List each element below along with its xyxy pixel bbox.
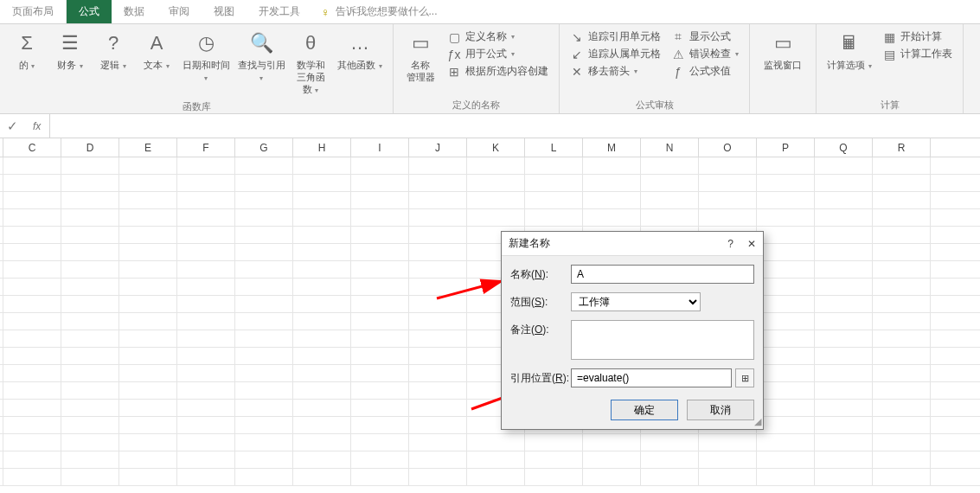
- row-trace-dependents[interactable]: ↙追踪从属单元格: [570, 47, 661, 61]
- row-show-formulas[interactable]: ⌗显示公式: [671, 29, 739, 44]
- cell[interactable]: [757, 244, 815, 260]
- cell[interactable]: [235, 434, 293, 451]
- cell[interactable]: [3, 227, 61, 243]
- comment-textarea[interactable]: [571, 320, 754, 360]
- cell[interactable]: [293, 227, 351, 243]
- cell[interactable]: [583, 175, 641, 191]
- cell[interactable]: [409, 417, 467, 433]
- cell[interactable]: [61, 296, 119, 312]
- row-create-from-selection[interactable]: ⊞根据所选内容创建: [447, 64, 548, 79]
- column-header[interactable]: G: [235, 138, 293, 157]
- cell[interactable]: [351, 209, 409, 226]
- cell[interactable]: [177, 192, 235, 208]
- cell[interactable]: [61, 261, 119, 278]
- cell[interactable]: [177, 227, 235, 243]
- tab-view[interactable]: 视图: [202, 0, 247, 23]
- cell[interactable]: [293, 157, 351, 174]
- cell[interactable]: [757, 417, 815, 433]
- cell[interactable]: [525, 469, 583, 485]
- cell[interactable]: [873, 313, 931, 330]
- cell[interactable]: [177, 261, 235, 278]
- cell[interactable]: [351, 261, 409, 278]
- cell[interactable]: [699, 157, 757, 174]
- cell[interactable]: [119, 261, 177, 278]
- cell[interactable]: [409, 279, 467, 295]
- cell[interactable]: [3, 469, 61, 485]
- cell[interactable]: [3, 434, 61, 451]
- cell[interactable]: [873, 175, 931, 191]
- cell[interactable]: [293, 175, 351, 191]
- cell[interactable]: [119, 227, 177, 243]
- cell[interactable]: [757, 313, 815, 330]
- cell[interactable]: [235, 209, 293, 226]
- cell[interactable]: [119, 175, 177, 191]
- cell[interactable]: [351, 434, 409, 451]
- cell[interactable]: [873, 400, 931, 416]
- cell[interactable]: [873, 157, 931, 174]
- cell[interactable]: [641, 157, 699, 174]
- cell[interactable]: [351, 469, 409, 485]
- cell[interactable]: [815, 261, 873, 278]
- cell[interactable]: [235, 400, 293, 416]
- column-header[interactable]: J: [409, 138, 467, 157]
- cell[interactable]: [409, 296, 467, 312]
- cell[interactable]: [61, 365, 119, 381]
- cell[interactable]: [873, 365, 931, 381]
- cell[interactable]: [293, 469, 351, 485]
- cell[interactable]: [177, 400, 235, 416]
- cell[interactable]: [235, 365, 293, 381]
- cell[interactable]: [815, 157, 873, 174]
- cell[interactable]: [61, 279, 119, 295]
- cell[interactable]: [177, 417, 235, 433]
- cell[interactable]: [757, 261, 815, 278]
- cell[interactable]: [119, 313, 177, 330]
- btn-math-trig[interactable]: θ 数学和三角函数 ▾: [291, 28, 330, 99]
- btn-text[interactable]: A 文本 ▾: [137, 28, 176, 74]
- cell[interactable]: [699, 469, 757, 485]
- cell[interactable]: [467, 209, 525, 226]
- cell[interactable]: [235, 451, 293, 468]
- cell[interactable]: [3, 417, 61, 433]
- btn-name-manager[interactable]: ▭ 名称管理器: [400, 28, 440, 85]
- cell[interactable]: [873, 296, 931, 312]
- cell[interactable]: [351, 227, 409, 243]
- cell[interactable]: [409, 451, 467, 468]
- cell[interactable]: [3, 296, 61, 312]
- cell[interactable]: [61, 192, 119, 208]
- cell[interactable]: [873, 227, 931, 243]
- cell[interactable]: [815, 244, 873, 260]
- cell[interactable]: [351, 382, 409, 399]
- cell[interactable]: [235, 296, 293, 312]
- cell[interactable]: [3, 451, 61, 468]
- cell[interactable]: [641, 209, 699, 226]
- row-calc-sheet[interactable]: ▤计算工作表: [882, 47, 952, 61]
- cell[interactable]: [873, 279, 931, 295]
- cell[interactable]: [757, 279, 815, 295]
- cell[interactable]: [757, 192, 815, 208]
- cell[interactable]: [119, 192, 177, 208]
- cell[interactable]: [409, 382, 467, 399]
- cell[interactable]: [409, 209, 467, 226]
- cell[interactable]: [293, 209, 351, 226]
- cell[interactable]: [409, 261, 467, 278]
- cell[interactable]: [467, 192, 525, 208]
- scope-select[interactable]: 工作簿: [571, 292, 701, 311]
- cell[interactable]: [409, 192, 467, 208]
- cell[interactable]: [815, 313, 873, 330]
- cell[interactable]: [235, 261, 293, 278]
- tell-me[interactable]: ♀ 告诉我您想要做什么...: [312, 0, 446, 23]
- cell[interactable]: [757, 175, 815, 191]
- cell[interactable]: [293, 296, 351, 312]
- cell[interactable]: [641, 451, 699, 468]
- cell[interactable]: [235, 192, 293, 208]
- cell[interactable]: [815, 348, 873, 364]
- spreadsheet-grid[interactable]: CDEFGHIJKLMNOPQR: [0, 138, 980, 486]
- cell[interactable]: [119, 451, 177, 468]
- cell[interactable]: [641, 469, 699, 485]
- cell[interactable]: [235, 279, 293, 295]
- cell[interactable]: [757, 227, 815, 243]
- cell[interactable]: [293, 400, 351, 416]
- cell[interactable]: [873, 417, 931, 433]
- cell[interactable]: [235, 313, 293, 330]
- cell[interactable]: [409, 330, 467, 347]
